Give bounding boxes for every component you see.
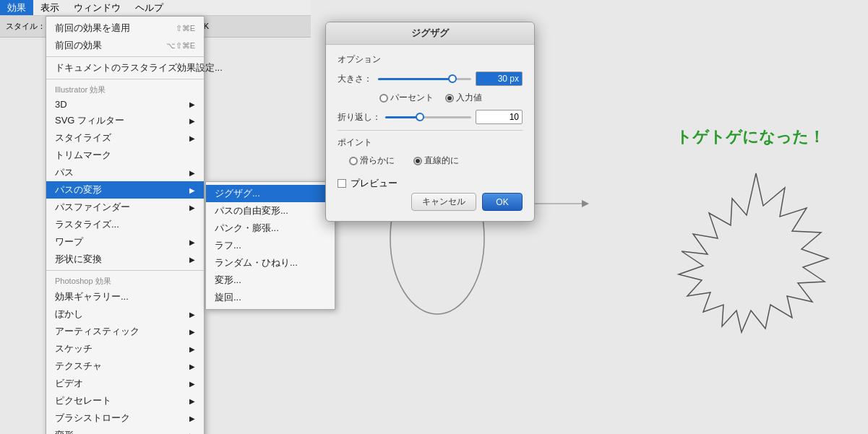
menu-path[interactable]: パス▶ [46,164,204,181]
menu-warp[interactable]: ワープ▶ [46,233,204,251]
percent-label: パーセント [390,92,434,104]
menu-video[interactable]: ビデオ▶ [46,375,204,392]
ok-button[interactable]: OK [482,193,523,211]
svg-marker-2 [582,200,589,207]
percent-radio-label[interactable]: パーセント [379,92,434,104]
menu-convert-shape[interactable]: 形状に変換▶ [46,251,204,268]
input-label: 入力値 [456,92,482,104]
menu-stylize[interactable]: スタイライズ▶ [46,129,204,147]
menu-item-view[interactable]: 表示 [33,0,66,15]
size-slider-container[interactable] [378,74,471,84]
options-section-label: オプション [338,53,523,66]
illustrator-section-label: Illustrator 効果 [46,82,204,97]
menu-bar: 効果 表示 ウィンドウ ヘルプ [0,0,311,16]
submenu-swirl[interactable]: 旋回... [206,289,335,306]
menu-apply-effect[interactable]: 前回の効果を適用 ⇧⌘E [46,19,204,37]
submenu-path-distort: ジグザグ... パスの自由変形... パンク・膨張... ラフ... ランダム・… [205,181,335,310]
document-rasterize-label: ドキュメントのラスタライズ効果設定... [55,61,223,74]
menu-artistic[interactable]: アーティスティック▶ [46,323,204,340]
preview-row: プレビュー [326,177,534,190]
submenu-pucker-bloat[interactable]: パンク・膨張... [206,220,335,237]
divider-2 [46,79,204,79]
menu-item-help[interactable]: ヘルプ [128,0,171,15]
size-slider-track [378,78,471,80]
size-row: 大きさ： [338,71,523,86]
spiky-shape [666,166,846,356]
menu-texture[interactable]: テクスチャ▶ [46,357,204,375]
submenu-rough[interactable]: ラフ... [206,237,335,254]
apply-effect-label: 前回の効果を適用 [55,22,130,35]
ridges-slider-fill [385,116,420,118]
dialog-title: ジグザグ [411,27,449,38]
smooth-radio-label[interactable]: 滑らかに [349,155,395,167]
unit-radio-row: パーセント 入力値 [379,92,523,104]
divider-3 [46,270,204,271]
input-radio-btn[interactable] [445,94,454,103]
submenu-free-distort[interactable]: パスの自由変形... [206,202,335,220]
input-radio-label[interactable]: 入力値 [445,92,482,104]
preview-checkbox[interactable] [338,179,346,188]
menu-distort[interactable]: 変形▶ [46,427,204,434]
percent-radio-btn[interactable] [379,94,388,103]
ridges-slider-track [385,116,471,118]
menu-bar-items: 効果 表示 ウィンドウ ヘルプ [0,0,171,15]
corner-label: 直線的に [424,155,459,167]
menu-3d[interactable]: 3D▶ [46,97,204,112]
corner-radio-label[interactable]: 直線的に [413,155,459,167]
dialog-body: オプション 大きさ： パーセント 入力値 折 [326,45,534,174]
annotation-text: トゲトゲになった！ [676,126,825,148]
connector-line [531,189,589,220]
size-input[interactable] [476,71,523,86]
ridges-slider-thumb[interactable] [416,113,424,121]
menu-path-distort[interactable]: パスの変形 ▶ ジグザグ... パスの自由変形... パンク・膨張... ラフ.… [46,181,204,199]
smooth-radio-btn[interactable] [349,157,358,165]
ridges-row: 折り返し： [338,110,523,124]
apply-effect-shortcut: ⇧⌘E [176,24,195,33]
dialog-title-bar: ジグザグ [326,22,534,45]
points-radio-group: 滑らかに 直線的に [349,155,523,167]
corner-radio-btn[interactable] [413,157,422,165]
menu-item-effect[interactable]: 効果 [0,0,33,15]
menu-svg-filter[interactable]: SVG フィルター▶ [46,112,204,129]
ridges-label: 折り返し： [338,111,381,123]
cancel-button[interactable]: キャンセル [411,193,476,211]
previous-effect-shortcut: ⌥⇧⌘E [166,41,195,51]
points-section-label: ポイント [338,136,523,149]
preview-label: プレビュー [351,177,398,190]
zigzag-dialog: ジグザグ オプション 大きさ： パーセント 入力値 [325,22,535,222]
dialog-buttons: キャンセル OK [326,190,534,211]
menu-pixelate[interactable]: ピクセレート▶ [46,392,204,409]
previous-effect-label: 前回の効果 [55,39,102,52]
menu-brush-stroke[interactable]: ブラシストローク▶ [46,409,204,427]
menu-sketch[interactable]: スケッチ▶ [46,340,204,357]
style-label: スタイル： [6,21,46,32]
size-label: 大きさ： [338,73,374,85]
dropdown-menu: 前回の効果を適用 ⇧⌘E 前回の効果 ⌥⇧⌘E ドキュメントのラスタライズ効果設… [46,16,205,434]
menu-document-rasterize[interactable]: ドキュメントのラスタライズ効果設定... [46,59,204,77]
photoshop-section-label: Photoshop 効果 [46,273,204,288]
smooth-label: 滑らかに [360,155,395,167]
ridges-slider-container[interactable] [385,112,471,122]
menu-trim-marks[interactable]: トリムマーク [46,147,204,164]
submenu-random-twist[interactable]: ランダム・ひねり... [206,254,335,272]
menu-rasterize[interactable]: ラスタライズ... [46,216,204,233]
submenu-zigzag[interactable]: ジグザグ... [206,185,335,202]
menu-effect-gallery[interactable]: 効果ギャラリー... [46,288,204,305]
menu-previous-effect[interactable]: 前回の効果 ⌥⇧⌘E [46,37,204,54]
menu-item-window[interactable]: ウィンドウ [66,0,128,15]
points-section: ポイント 滑らかに 直線的に [338,136,523,167]
submenu-transform[interactable]: 変形... [206,272,335,289]
ridges-input[interactable] [476,110,523,124]
size-slider-fill [378,78,452,80]
size-slider-thumb[interactable] [448,74,457,83]
menu-pathfinder[interactable]: パスファインダー▶ [46,199,204,216]
separator [338,130,523,131]
divider-1 [46,56,204,57]
menu-blur[interactable]: ぼかし▶ [46,305,204,323]
